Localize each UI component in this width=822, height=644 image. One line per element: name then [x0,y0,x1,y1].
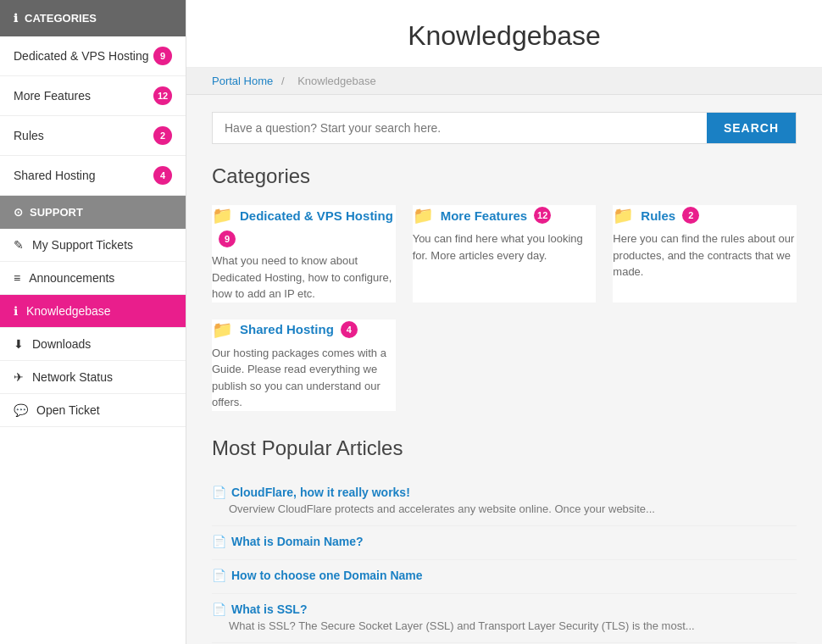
knowledgebase-icon: ℹ [14,304,18,318]
sidebar-support-header: ⊙ SUPPORT [0,196,186,229]
open-ticket-icon: 💬 [14,403,28,417]
sidebar-item-announcements[interactable]: ≡ Announcements [0,262,186,295]
category-link-shared-hosting[interactable]: Shared Hosting [240,322,334,336]
doc-icon-1: 📄 [212,535,226,548]
page-title: Knowledgebase [186,20,822,52]
support-header-label: SUPPORT [30,206,83,219]
breadcrumb: Portal Home / Knowledgebase [186,68,822,95]
category-desc-rules: Here you can find the rules about our pr… [613,230,797,280]
sidebar-category-badge-more-features: 12 [153,86,172,105]
category-card-dedicated: 📁 Dedicated & VPS Hosting 9 What you nee… [212,205,396,303]
nav-label-open-ticket: Open Ticket [36,403,100,417]
category-link-dedicated[interactable]: Dedicated & VPS Hosting [240,208,393,223]
nav-label-my-support-tickets: My Support Tickets [32,238,133,252]
categories-header-label: CATEGORIES [25,12,97,25]
search-bar: SEARCH [212,112,797,144]
category-link-more-features[interactable]: More Features [441,208,528,223]
category-badge-dedicated: 9 [219,230,236,247]
folder-icon-dedicated: 📁 [212,205,233,225]
article-link-3[interactable]: What is SSL? [231,602,307,616]
downloads-icon: ⬇ [14,337,24,351]
sidebar-item-my-support-tickets[interactable]: ✎ My Support Tickets [0,229,186,262]
nav-label-knowledgebase: Knowledgebase [26,304,111,318]
categories-section-title: Categories [212,164,797,188]
category-desc-more-features: You can find here what you looking for. … [413,230,597,264]
category-desc-dedicated: What you need to know about Dedicated Ho… [212,253,396,303]
sidebar-category-label-dedicated: Dedicated & VPS Hosting [14,49,149,63]
folder-icon-more-features: 📁 [413,205,434,225]
popular-section-title: Most Popular Articles [212,436,797,460]
category-badge-shared-hosting: 4 [341,321,358,338]
category-card-shared-hosting: 📁 Shared Hosting 4 Our hosting packages … [212,319,396,411]
tickets-icon: ✎ [14,238,24,252]
article-desc-3: What is SSL? The Secure Socket Layer (SS… [229,619,797,634]
search-button[interactable]: SEARCH [707,113,796,143]
categories-grid: 📁 Dedicated & VPS Hosting 9 What you nee… [212,205,797,411]
article-item-1: 📄 What is Domain Name? [212,526,797,560]
category-link-rules[interactable]: Rules [641,208,675,223]
sidebar-category-label-more-features: More Features [14,89,91,103]
article-desc-0: Overview CloudFlare protects and acceler… [229,502,797,517]
sidebar-category-dedicated[interactable]: Dedicated & VPS Hosting 9 [0,36,186,76]
article-item-0: 📄 CloudFlare, how it really works! Overv… [212,477,797,526]
category-card-rules: 📁 Rules 2 Here you can find the rules ab… [613,205,797,303]
sidebar-category-badge-dedicated: 9 [153,47,172,65]
article-item-3: 📄 What is SSL? What is SSL? The Secure S… [212,594,797,643]
sidebar-category-label-shared-hosting: Shared Hosting [14,169,96,182]
search-input[interactable] [213,113,707,143]
nav-label-downloads: Downloads [32,337,91,351]
popular-articles-section: Most Popular Articles 📄 CloudFlare, how … [212,436,797,645]
category-badge-rules: 2 [682,207,699,224]
main-content: Knowledgebase Portal Home / Knowledgebas… [186,0,822,644]
sidebar-item-knowledgebase[interactable]: ℹ Knowledgebase [0,295,186,328]
sidebar: ℹ CATEGORIES Dedicated & VPS Hosting 9 M… [0,0,186,644]
sidebar-item-downloads[interactable]: ⬇ Downloads [0,328,186,361]
breadcrumb-current: Knowledgebase [297,75,376,87]
sidebar-category-badge-rules: 2 [153,126,172,145]
category-card-more-features: 📁 More Features 12 You can find here wha… [413,205,597,303]
doc-icon-0: 📄 [212,486,226,499]
sidebar-item-open-ticket[interactable]: 💬 Open Ticket [0,394,186,427]
category-desc-shared-hosting: Our hosting packages comes with a Guide.… [212,345,396,411]
category-badge-more-features: 12 [534,207,551,224]
article-item-2: 📄 How to choose one Domain Name [212,560,797,594]
sidebar-category-shared-hosting[interactable]: Shared Hosting 4 [0,156,186,196]
article-link-0[interactable]: CloudFlare, how it really works! [231,486,410,499]
article-link-2[interactable]: How to choose one Domain Name [231,569,423,582]
sidebar-categories-header: ℹ CATEGORIES [0,0,186,36]
support-icon: ⊙ [14,206,23,219]
sidebar-category-badge-shared-hosting: 4 [153,166,172,185]
doc-icon-2: 📄 [212,569,226,582]
announcements-icon: ≡ [14,271,20,285]
doc-icon-3: 📄 [212,602,226,616]
info-icon: ℹ [14,12,18,25]
folder-icon-shared-hosting: 📁 [212,319,233,340]
nav-label-network-status: Network Status [32,370,113,384]
breadcrumb-separator: / [281,75,285,87]
folder-icon-rules: 📁 [613,205,634,225]
sidebar-category-more-features[interactable]: More Features 12 [0,76,186,116]
nav-label-announcements: Announcements [29,271,114,285]
page-title-area: Knowledgebase [186,0,822,68]
breadcrumb-home-link[interactable]: Portal Home [212,75,273,87]
sidebar-category-label-rules: Rules [14,129,44,142]
network-status-icon: ✈ [14,370,24,384]
sidebar-category-rules[interactable]: Rules 2 [0,116,186,156]
sidebar-item-network-status[interactable]: ✈ Network Status [0,361,186,394]
article-link-1[interactable]: What is Domain Name? [231,535,364,548]
